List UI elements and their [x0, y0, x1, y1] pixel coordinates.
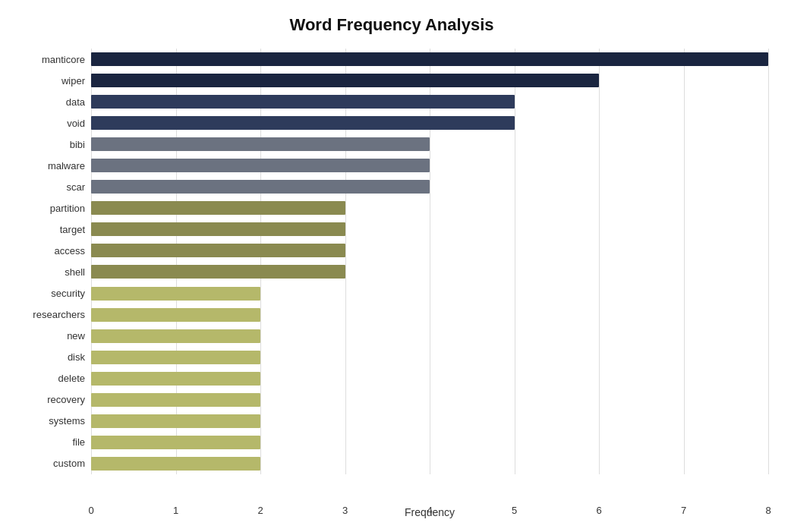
bar-row — [91, 157, 768, 174]
y-label: wiper — [61, 76, 85, 86]
x-tick: 3 — [334, 505, 357, 516]
x-tick: 2 — [249, 505, 272, 516]
bar — [91, 436, 260, 449]
y-label: custom — [53, 458, 85, 468]
y-label: shell — [65, 267, 85, 277]
bar — [91, 159, 430, 172]
y-label: delete — [58, 373, 85, 383]
bar — [91, 372, 260, 386]
bar-row — [91, 72, 768, 89]
bars-and-grid: 012345678 Frequency — [91, 49, 768, 474]
bar — [91, 414, 260, 428]
y-label: void — [67, 118, 85, 128]
bar-row — [91, 136, 768, 153]
bar-row — [91, 370, 768, 387]
bar — [91, 457, 260, 471]
y-label: partition — [50, 203, 85, 213]
y-label: recovery — [47, 395, 85, 405]
bar-row — [91, 455, 768, 472]
y-label: scar — [66, 182, 85, 192]
x-tick: 1 — [165, 505, 188, 516]
chart-title: Word Frequency Analysis — [15, 15, 768, 35]
bar-row — [91, 242, 768, 259]
x-axis-label: Frequency — [405, 506, 455, 518]
grid-line — [768, 49, 769, 474]
bar — [91, 308, 260, 322]
bar-row — [91, 349, 768, 366]
bar-row — [91, 200, 768, 216]
bar — [91, 244, 345, 257]
y-label: data — [66, 97, 85, 107]
y-label: disk — [68, 352, 85, 362]
chart-container: Word Frequency Analysis manticorewiperda… — [0, 0, 791, 532]
y-label: target — [60, 225, 85, 235]
bar-row — [91, 392, 768, 408]
bar-row — [91, 307, 768, 323]
bar — [91, 137, 430, 151]
bar — [91, 393, 260, 407]
bar-row — [91, 221, 768, 238]
bar — [91, 201, 345, 215]
bar — [91, 116, 515, 130]
x-tick: 7 — [673, 505, 695, 516]
y-label: security — [51, 288, 85, 298]
bar-row — [91, 51, 768, 68]
bar-row — [91, 413, 768, 430]
bar — [91, 351, 260, 364]
bar — [91, 95, 515, 109]
bar — [91, 287, 260, 301]
y-labels: manticorewiperdatavoidbibimalwarescarpar… — [15, 49, 91, 474]
y-label: manticore — [42, 55, 85, 65]
y-label: bibi — [70, 140, 85, 150]
bar — [91, 265, 345, 279]
x-tick: 6 — [588, 505, 610, 516]
bar-row — [91, 263, 768, 280]
y-label: file — [72, 437, 85, 447]
chart-area: manticorewiperdatavoidbibimalwarescarpar… — [15, 49, 768, 474]
bar-row — [91, 328, 768, 345]
bar — [91, 222, 345, 236]
bar — [91, 329, 260, 343]
x-tick: 5 — [503, 505, 526, 516]
y-label: researchers — [33, 310, 85, 320]
y-label: systems — [49, 416, 85, 426]
bar-row — [91, 434, 768, 451]
y-label: access — [55, 246, 85, 256]
x-tick: 0 — [80, 505, 102, 516]
bar — [91, 52, 768, 66]
bar-row — [91, 285, 768, 302]
bar-row — [91, 178, 768, 195]
x-tick: 8 — [757, 505, 780, 516]
bar — [91, 74, 599, 87]
bar-row — [91, 93, 768, 110]
y-label: malware — [48, 161, 85, 171]
y-label: new — [67, 331, 85, 341]
bar-row — [91, 115, 768, 131]
bar — [91, 180, 430, 194]
